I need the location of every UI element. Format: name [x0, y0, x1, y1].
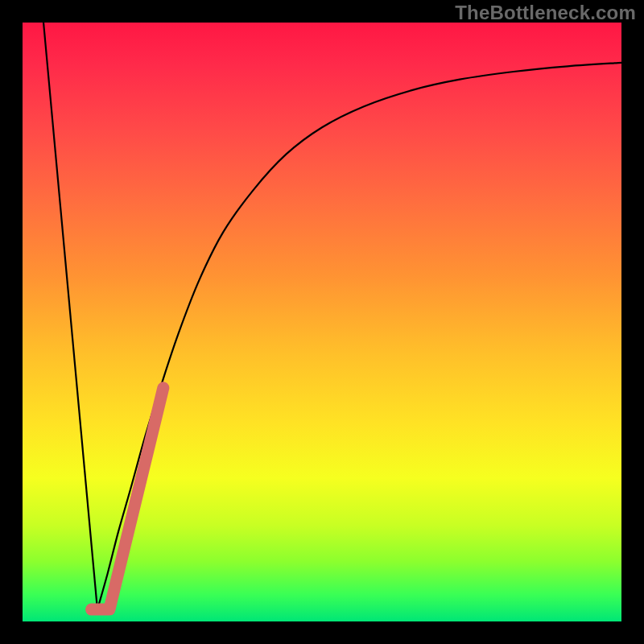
watermark-text: TheBottleneck.com [455, 2, 636, 24]
plot-background [23, 23, 621, 621]
chart-stage: TheBottleneck.com [0, 0, 644, 644]
bottleneck-chart [0, 0, 644, 644]
